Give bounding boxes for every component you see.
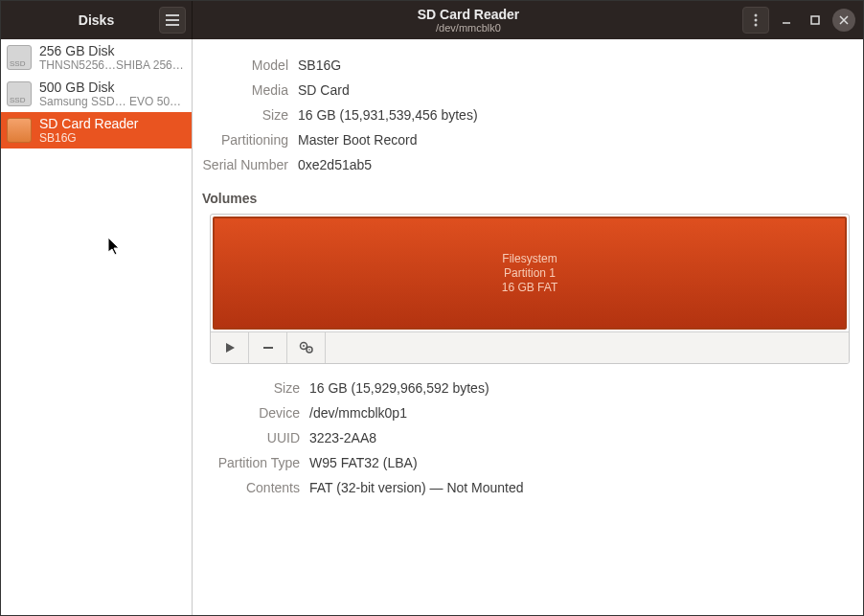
sidebar-item-disk-2[interactable]: SD Card Reader SB16G bbox=[1, 112, 192, 148]
minimize-button[interactable] bbox=[775, 9, 798, 32]
svg-point-1 bbox=[755, 19, 758, 22]
volumes-box: Filesystem Partition 1 16 GB FAT bbox=[210, 214, 850, 364]
window-title: SD Card Reader bbox=[200, 7, 737, 22]
label-model: Model bbox=[193, 55, 298, 76]
svg-rect-3 bbox=[811, 16, 819, 24]
disk-title: 500 GB Disk bbox=[39, 80, 186, 95]
delete-partition-button[interactable] bbox=[249, 332, 287, 363]
value-vol-device: /dev/mmcblk0p1 bbox=[309, 402, 407, 423]
label-partitioning: Partitioning bbox=[193, 129, 298, 150]
value-media: SD Card bbox=[298, 80, 350, 101]
label-vol-contents: Contents bbox=[193, 477, 309, 498]
partition-options-button[interactable] bbox=[287, 332, 326, 363]
hamburger-button[interactable] bbox=[159, 7, 186, 34]
play-icon bbox=[224, 342, 236, 354]
sidebar-item-disk-0[interactable]: SSD 256 GB Disk THNSN5256…SHIBA 256GB bbox=[1, 39, 192, 76]
svg-rect-4 bbox=[263, 347, 273, 349]
label-size: Size bbox=[193, 104, 298, 125]
volume-details: Size16 GB (15,929,966,592 bytes) Device/… bbox=[193, 376, 850, 500]
sidebar-item-disk-1[interactable]: SSD 500 GB Disk Samsung SSD… EVO 500GB bbox=[1, 76, 192, 112]
value-model: SB16G bbox=[298, 55, 341, 76]
disk-subtitle: SB16G bbox=[39, 131, 186, 145]
maximize-button[interactable] bbox=[804, 9, 827, 32]
svg-point-6 bbox=[303, 345, 305, 347]
partition-block[interactable]: Filesystem Partition 1 16 GB FAT bbox=[213, 217, 847, 330]
sidebar: SSD 256 GB Disk THNSN5256…SHIBA 256GB SS… bbox=[1, 39, 193, 615]
disk-subtitle: THNSN5256…SHIBA 256GB bbox=[39, 58, 186, 72]
label-vol-ptype: Partition Type bbox=[193, 452, 309, 473]
label-media: Media bbox=[193, 80, 298, 101]
value-vol-uuid: 3223-2AA8 bbox=[309, 427, 376, 448]
app-title: Disks bbox=[34, 12, 159, 28]
minus-icon bbox=[262, 342, 274, 354]
ssd-icon: SSD bbox=[7, 45, 32, 70]
value-vol-size: 16 GB (15,929,966,592 bytes) bbox=[309, 377, 489, 399]
gears-icon bbox=[299, 341, 314, 354]
label-vol-device: Device bbox=[193, 402, 309, 423]
label-vol-size: Size bbox=[193, 377, 309, 399]
value-partitioning: Master Boot Record bbox=[298, 129, 418, 150]
svg-point-0 bbox=[755, 14, 758, 17]
main-panel: ModelSB16G MediaSD Card Size16 GB (15,93… bbox=[193, 39, 863, 615]
sd-card-icon bbox=[7, 118, 32, 143]
close-button[interactable] bbox=[832, 9, 855, 32]
partition-line2: Partition 1 bbox=[502, 266, 557, 281]
label-serial: Serial Number bbox=[193, 154, 298, 175]
svg-point-8 bbox=[308, 349, 310, 351]
volumes-heading: Volumes bbox=[202, 191, 850, 206]
value-serial: 0xe2d51ab5 bbox=[298, 154, 372, 175]
titlebar-right: SD Card Reader /dev/mmcblk0 bbox=[193, 1, 863, 39]
titlebar: Disks SD Card Reader /dev/mmcblk0 bbox=[1, 1, 863, 39]
partition-line3: 16 GB FAT bbox=[502, 281, 557, 295]
mount-button[interactable] bbox=[211, 332, 249, 363]
volume-toolbar bbox=[211, 331, 849, 363]
content: SSD 256 GB Disk THNSN5256…SHIBA 256GB SS… bbox=[1, 39, 863, 615]
svg-point-2 bbox=[755, 24, 758, 27]
value-size: 16 GB (15,931,539,456 bytes) bbox=[298, 104, 478, 125]
label-vol-uuid: UUID bbox=[193, 427, 309, 448]
window-subtitle: /dev/mmcblk0 bbox=[200, 22, 737, 34]
partition-line1: Filesystem bbox=[502, 252, 557, 266]
value-vol-ptype: W95 FAT32 (LBA) bbox=[309, 452, 418, 473]
titlebar-left: Disks bbox=[1, 1, 193, 39]
value-vol-contents: FAT (32-bit version) — Not Mounted bbox=[309, 477, 524, 498]
disk-subtitle: Samsung SSD… EVO 500GB bbox=[39, 95, 186, 108]
ssd-icon: SSD bbox=[7, 81, 32, 106]
titlebar-center: SD Card Reader /dev/mmcblk0 bbox=[200, 7, 737, 34]
drive-menu-button[interactable] bbox=[742, 7, 769, 34]
disk-title: 256 GB Disk bbox=[39, 43, 186, 58]
disk-title: SD Card Reader bbox=[39, 116, 186, 131]
